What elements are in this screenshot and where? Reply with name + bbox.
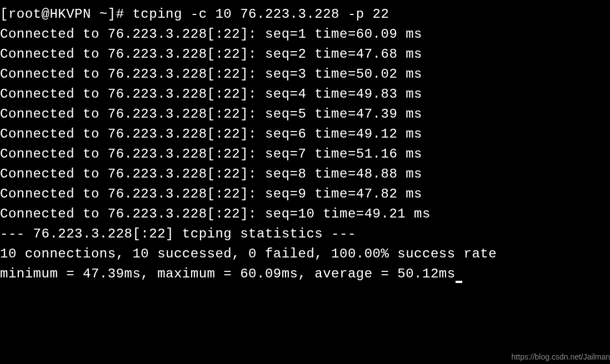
connection-output-line: Connected to 76.223.3.228[:22]: seq=3 ti… <box>0 64 610 84</box>
command-prompt-line[interactable]: [root@HKVPN ~]# tcping -c 10 76.223.3.22… <box>0 4 610 24</box>
connection-output-line: Connected to 76.223.3.228[:22]: seq=8 ti… <box>0 164 610 184</box>
terminal-cursor <box>456 281 462 283</box>
connection-output-line: Connected to 76.223.3.228[:22]: seq=4 ti… <box>0 84 610 104</box>
watermark-text: https://blog.csdn.net/Jailman <box>512 351 610 363</box>
stats-header-line: --- 76.223.3.228[:22] tcping statistics … <box>0 224 610 244</box>
stats-timing-line: minimum = 47.39ms, maximum = 60.09ms, av… <box>0 264 610 284</box>
connection-output-line: Connected to 76.223.3.228[:22]: seq=1 ti… <box>0 24 610 44</box>
connection-output-line: Connected to 76.223.3.228[:22]: seq=6 ti… <box>0 124 610 144</box>
stats-summary-line: 10 connections, 10 successed, 0 failed, … <box>0 244 610 264</box>
connection-output-line: Connected to 76.223.3.228[:22]: seq=9 ti… <box>0 184 610 204</box>
connection-output-line: Connected to 76.223.3.228[:22]: seq=10 t… <box>0 204 610 224</box>
connection-output-line: Connected to 76.223.3.228[:22]: seq=5 ti… <box>0 104 610 124</box>
connection-output-line: Connected to 76.223.3.228[:22]: seq=2 ti… <box>0 44 610 64</box>
connection-output-line: Connected to 76.223.3.228[:22]: seq=7 ti… <box>0 144 610 164</box>
